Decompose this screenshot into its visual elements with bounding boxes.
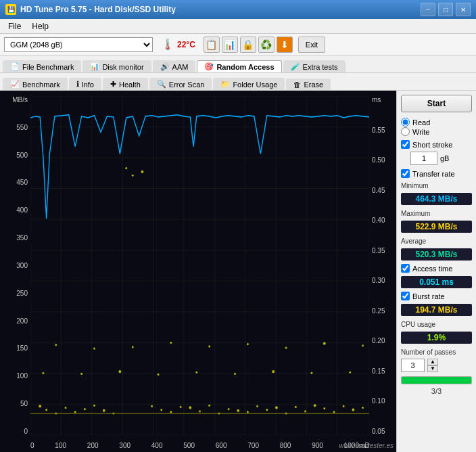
access-time-checkbox[interactable] — [401, 264, 410, 273]
y-label-350: 350 — [16, 234, 28, 242]
x-label-900: 900 — [312, 442, 323, 449]
write-radio-label[interactable]: Write — [401, 127, 472, 136]
read-radio-label[interactable]: Read — [401, 118, 472, 127]
short-stroke-checkbox[interactable] — [401, 140, 410, 149]
file-benchmark-icon: 📄 — [10, 62, 20, 71]
y-axis-right: ms 0.55 0.50 0.45 0.40 0.35 0.30 0.25 0.… — [369, 96, 396, 435]
y-label-0: 0 — [24, 428, 28, 435]
tab-extra-tests[interactable]: 🧪 Extra tests — [283, 60, 346, 72]
burst-rate-value: 194.7 MB/s — [401, 304, 472, 316]
average-value: 520.3 MB/s — [401, 248, 472, 261]
svg-point-67 — [362, 344, 364, 346]
tab-erase[interactable]: 🗑 Erase — [286, 78, 331, 90]
y-right-0_05: 0.05 — [372, 428, 385, 435]
menu-bar: File Help — [0, 19, 476, 34]
toolbar: GGM (2048 gB) 🌡️ 22°C 📋 📊 🔒 ♻️ ⬇ Exit — [0, 34, 476, 55]
y-right-0_55: 0.55 — [372, 127, 385, 134]
y-right-0_35: 0.35 — [372, 247, 385, 254]
toolbar-btn-3[interactable]: 🔒 — [240, 37, 256, 53]
read-radio[interactable] — [401, 118, 410, 127]
svg-point-54 — [323, 407, 325, 409]
passes-down-button[interactable]: ▼ — [427, 365, 438, 372]
progress-label: 3/3 — [401, 387, 472, 395]
y-label-150: 150 — [16, 344, 28, 352]
toolbar-btn-4[interactable]: ♻️ — [258, 37, 275, 53]
svg-point-38 — [170, 411, 172, 413]
tab-benchmark[interactable]: 📈 Benchmark — [3, 78, 68, 90]
svg-point-45 — [237, 409, 239, 412]
svg-point-44 — [228, 408, 230, 410]
tab-health[interactable]: ✚ Health — [103, 78, 148, 90]
maximize-button[interactable]: □ — [438, 3, 453, 16]
tab-disk-monitor[interactable]: 📊 Disk monitor — [82, 60, 151, 72]
tab-aam[interactable]: 🔊 AAM — [153, 60, 196, 72]
cpu-usage-label: CPU usage — [401, 321, 472, 328]
y-right-0_45: 0.45 — [372, 187, 385, 194]
stroke-row: gB — [410, 152, 472, 165]
y-label-500: 500 — [16, 152, 28, 159]
tab-info[interactable]: ℹ Info — [69, 78, 101, 90]
x-label-0: 0 — [30, 442, 34, 449]
menu-help[interactable]: Help — [26, 20, 54, 32]
burst-rate-checkbox-label[interactable]: Burst rate — [401, 292, 472, 300]
transfer-rate-checkbox-label[interactable]: Transfer rate — [401, 169, 472, 178]
burst-rate-label: Burst rate — [412, 292, 445, 300]
y-right-0_10: 0.10 — [372, 397, 385, 405]
y-label-200: 200 — [16, 317, 28, 325]
svg-point-34 — [132, 175, 134, 177]
minimum-value: 464.3 MB/s — [401, 193, 472, 205]
close-button[interactable]: ✕ — [456, 3, 471, 16]
write-radio[interactable] — [401, 127, 410, 136]
thermometer-icon: 🌡️ — [161, 38, 174, 51]
tab-error-scan[interactable]: 🔍 Error Scan — [149, 78, 212, 90]
menu-file[interactable]: File — [3, 20, 26, 32]
start-button[interactable]: Start — [401, 95, 472, 112]
svg-point-29 — [84, 408, 86, 410]
svg-point-51 — [295, 406, 297, 408]
short-stroke-label: Short stroke — [412, 141, 452, 149]
maximum-label: Maximum — [401, 210, 472, 217]
burst-rate-checkbox[interactable] — [401, 292, 410, 300]
svg-point-56 — [343, 405, 345, 407]
toolbar-btn-5[interactable]: ⬇ — [277, 37, 293, 53]
x-label-200: 200 — [87, 442, 99, 449]
benchmark-icon: 📈 — [10, 80, 20, 89]
y-right-0_25: 0.25 — [372, 307, 385, 315]
svg-point-24 — [39, 405, 41, 407]
y-label-300: 300 — [16, 262, 28, 269]
passes-input[interactable] — [401, 359, 425, 372]
svg-point-37 — [160, 409, 162, 411]
svg-point-58 — [362, 407, 364, 409]
tab-random-access[interactable]: 🎯 Random Access — [197, 60, 281, 72]
y-right-0_30: 0.30 — [372, 277, 385, 284]
short-stroke-checkbox-label[interactable]: Short stroke — [401, 140, 472, 149]
svg-point-42 — [208, 405, 210, 407]
disk-selector[interactable]: GGM (2048 gB) — [4, 37, 153, 52]
access-time-checkbox-label[interactable]: Access time — [401, 264, 472, 273]
svg-point-41 — [199, 410, 201, 412]
y-label-mbs: MB/s — [12, 96, 28, 104]
svg-point-53 — [314, 404, 316, 407]
tabs-row-2: 📈 Benchmark ℹ Info ✚ Health 🔍 Error Scan… — [0, 73, 476, 91]
passes-up-button[interactable]: ▲ — [427, 359, 438, 365]
svg-point-74 — [272, 370, 275, 373]
svg-point-62 — [170, 342, 172, 344]
tab-file-benchmark[interactable]: 📄 File Benchmark — [3, 60, 81, 72]
right-panel: Start Read Write Short stroke gB Transfe… — [396, 91, 476, 452]
y-label-100: 100 — [16, 372, 28, 380]
toolbar-btn-1[interactable]: 📋 — [204, 37, 220, 53]
transfer-rate-checkbox[interactable] — [401, 169, 410, 178]
svg-point-60 — [93, 347, 95, 349]
stroke-value-input[interactable] — [410, 152, 437, 165]
tab-folder-usage[interactable]: 📁 Folder Usage — [213, 78, 285, 90]
minimize-button[interactable]: − — [421, 3, 435, 16]
toolbar-btn-2[interactable]: 📊 — [222, 37, 238, 53]
svg-point-30 — [93, 405, 95, 407]
y-right-0_15: 0.15 — [372, 367, 385, 375]
exit-button[interactable]: Exit — [298, 37, 325, 53]
y-right-0_20: 0.20 — [372, 337, 385, 344]
erase-icon: 🗑 — [293, 81, 301, 89]
svg-point-59 — [55, 344, 57, 346]
read-write-group: Read Write — [401, 118, 472, 136]
main-layout: MB/s 550 500 450 400 350 300 250 200 150… — [0, 91, 476, 452]
